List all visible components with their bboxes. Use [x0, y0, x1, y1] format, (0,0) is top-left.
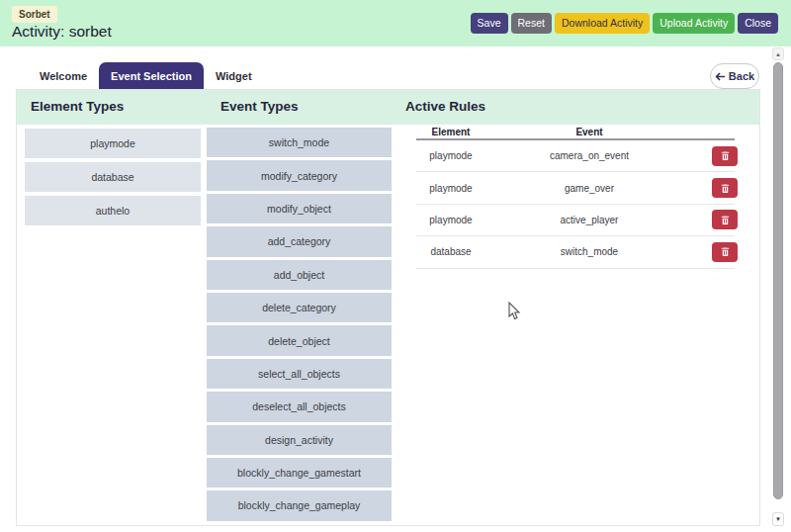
- close-button[interactable]: Close: [738, 13, 778, 34]
- delete-rule-button[interactable]: [712, 178, 738, 198]
- rules-col-header-event: Event: [485, 127, 693, 137]
- table-row: playmode game_over: [416, 172, 735, 204]
- trash-icon: [720, 150, 731, 161]
- column-headers-band: Element Types Event Types Active Rules: [17, 90, 759, 125]
- event-type-item[interactable]: modify_object: [207, 194, 392, 223]
- down-arrow-icon[interactable]: ▼: [772, 512, 784, 526]
- event-type-item[interactable]: delete_object: [207, 325, 392, 355]
- tab-event-selection[interactable]: Event Selection: [99, 62, 204, 89]
- event-type-item[interactable]: add_object: [207, 260, 392, 290]
- rules-table-header: Element Event: [416, 126, 735, 140]
- active-rules-heading: Active Rules: [405, 99, 485, 114]
- app-badge: Sorbet: [12, 6, 57, 23]
- toolbar: Save Reset Download Activity Upload Acti…: [471, 13, 778, 34]
- event-type-item[interactable]: blockly_change_gamestart: [207, 458, 392, 488]
- event-type-item[interactable]: blockly_change_gameplay: [207, 490, 392, 520]
- element-type-item[interactable]: authelo: [25, 196, 201, 225]
- rule-element-cell: database: [416, 246, 485, 257]
- tab-bar: Welcome Event Selection Widget: [28, 62, 264, 89]
- trash-icon: [720, 183, 731, 194]
- rules-col-header-element: Element: [416, 127, 485, 137]
- event-selection-panel: Element Types Event Types Active Rules p…: [16, 89, 760, 526]
- delete-rule-button[interactable]: [712, 242, 738, 262]
- rule-event-cell: active_player: [485, 215, 693, 225]
- event-types-heading: Event Types: [220, 99, 299, 114]
- event-type-item[interactable]: deselect_all_objects: [207, 392, 392, 421]
- rule-element-cell: playmode: [416, 150, 485, 161]
- event-type-item[interactable]: add_category: [207, 226, 392, 256]
- delete-rule-button[interactable]: [712, 210, 738, 229]
- up-arrow-icon[interactable]: ▲: [772, 47, 784, 60]
- table-row: database switch_mode: [416, 236, 735, 268]
- rule-event-cell: camera_on_event: [485, 150, 693, 161]
- element-types-heading: Element Types: [31, 99, 124, 114]
- vertical-scrollbar: ▲ ▼: [772, 47, 784, 532]
- download-activity-button[interactable]: Download Activity: [555, 13, 650, 34]
- event-type-item[interactable]: design_activity: [207, 425, 392, 455]
- rule-element-cell: playmode: [416, 183, 485, 194]
- table-row: playmode camera_on_event: [416, 140, 735, 172]
- tab-widget[interactable]: Widget: [204, 62, 264, 89]
- rule-event-cell: game_over: [485, 183, 693, 194]
- back-arrow-icon: [715, 72, 726, 81]
- table-row: playmode active_player: [416, 205, 735, 236]
- event-type-item[interactable]: delete_category: [207, 293, 392, 322]
- app-header: Sorbet Activity: sorbet Save Reset Downl…: [0, 0, 791, 46]
- reset-button[interactable]: Reset: [511, 13, 552, 34]
- scrollbar-thumb[interactable]: [773, 62, 783, 499]
- element-types-list: playmode database authelo: [25, 129, 201, 229]
- event-type-item[interactable]: switch_mode: [207, 128, 392, 157]
- event-type-item[interactable]: modify_category: [207, 160, 392, 190]
- rule-event-cell: switch_mode: [485, 246, 693, 257]
- event-type-item[interactable]: select_all_objects: [207, 359, 392, 389]
- delete-rule-button[interactable]: [712, 146, 738, 166]
- upload-activity-button[interactable]: Upload Activity: [653, 13, 735, 34]
- active-rules-table: Element Event playmode camera_on_event p…: [416, 126, 735, 269]
- event-types-list: switch_mode modify_category modify_objec…: [207, 128, 392, 524]
- element-type-item[interactable]: database: [25, 162, 201, 192]
- rule-element-cell: playmode: [416, 215, 485, 225]
- back-button[interactable]: Back: [710, 63, 759, 89]
- trash-icon: [720, 246, 731, 257]
- element-type-item[interactable]: playmode: [25, 129, 201, 158]
- tab-welcome[interactable]: Welcome: [28, 62, 99, 89]
- save-button[interactable]: Save: [471, 13, 508, 34]
- trash-icon: [720, 215, 731, 225]
- page-title: Activity: sorbet: [12, 23, 112, 41]
- back-button-label: Back: [729, 70, 754, 82]
